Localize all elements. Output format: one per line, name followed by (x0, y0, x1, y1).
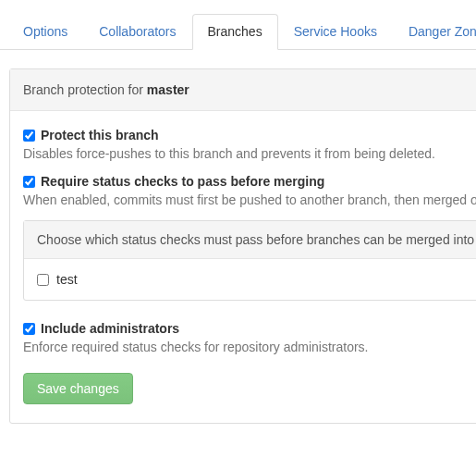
require-checks-checkbox[interactable] (23, 176, 35, 188)
protect-branch-checkbox[interactable] (23, 130, 35, 142)
tab-collaborators[interactable]: Collaborators (83, 14, 191, 50)
branch-protection-panel: Branch protection for master Protect thi… (9, 68, 476, 424)
status-checks-header: Choose which status checks must pass bef… (24, 221, 476, 259)
tab-service-hooks[interactable]: Service Hooks (278, 14, 393, 50)
include-admins-checkbox[interactable] (23, 323, 35, 335)
protect-branch-desc: Disables force-pushes to this branch and… (23, 146, 476, 161)
tab-options[interactable]: Options (7, 14, 83, 50)
status-check-test-label: test (56, 272, 78, 287)
status-checks-body: test (24, 259, 476, 300)
panel-header: Branch protection for master (10, 69, 476, 111)
require-checks-row: Require status checks to pass before mer… (23, 174, 476, 189)
include-admins-row: Include administrators (23, 321, 476, 336)
status-check-item: test (37, 272, 476, 287)
status-check-test-checkbox[interactable] (37, 274, 49, 286)
save-button[interactable]: Save changes (23, 373, 133, 404)
tab-branches[interactable]: Branches (192, 14, 278, 50)
settings-tabs: Options Collaborators Branches Service H… (0, 0, 476, 50)
branch-name: master (147, 82, 189, 97)
tab-danger-zone[interactable]: Danger Zone (393, 14, 476, 50)
require-checks-label: Require status checks to pass before mer… (41, 174, 324, 189)
panel-body: Protect this branch Disables force-pushe… (10, 111, 476, 423)
protect-branch-label: Protect this branch (41, 128, 159, 142)
include-admins-desc: Enforce required status checks for repos… (23, 340, 476, 354)
protect-branch-row: Protect this branch (23, 128, 476, 142)
panel-header-prefix: Branch protection for (23, 82, 147, 97)
status-checks-box: Choose which status checks must pass bef… (23, 220, 476, 301)
require-checks-desc: When enabled, commits must first be push… (23, 192, 476, 207)
include-admins-label: Include administrators (41, 321, 179, 336)
